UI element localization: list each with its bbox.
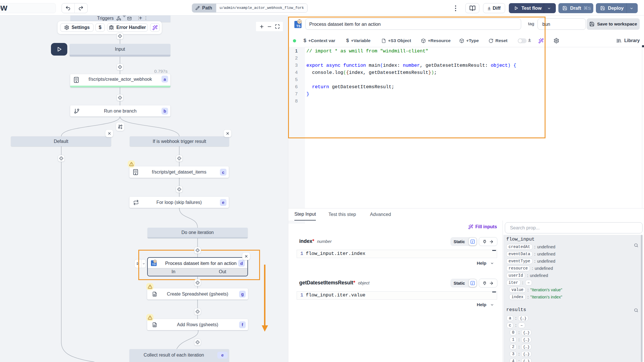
svg-text:f: f <box>472 240 474 243</box>
svg-text:f: f <box>472 282 474 285</box>
